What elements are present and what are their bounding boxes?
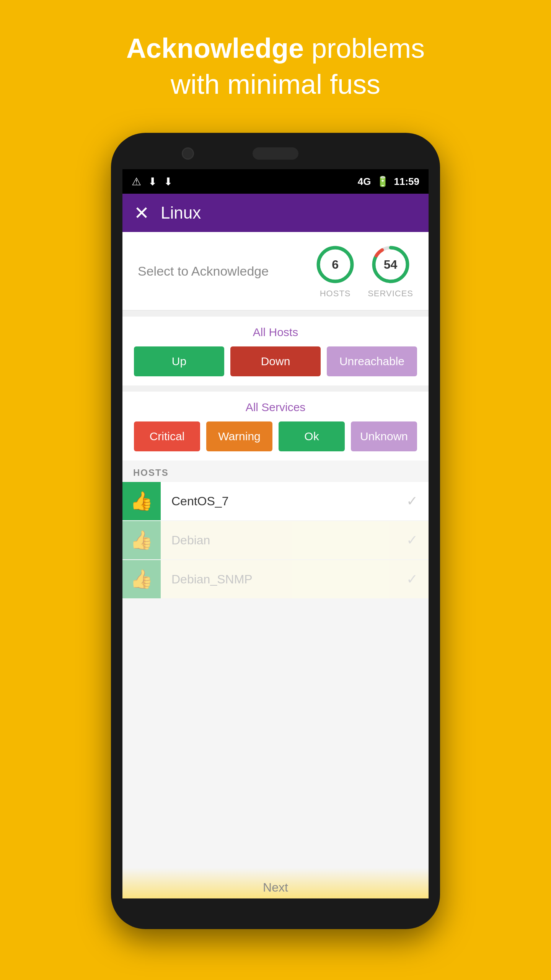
phone-speaker — [253, 147, 298, 160]
host-icon-debian: 👍 — [122, 521, 161, 559]
ok-button[interactable]: Ok — [279, 421, 345, 451]
circles-container: 6 HOSTS 54 SERVICES — [314, 243, 413, 299]
hosts-list-section: HOSTS 👍 CentOS_7 ✓ 👍 Debian ✓ 👍 — [122, 461, 429, 898]
hosts-list-header: HOSTS — [122, 461, 429, 482]
up-button[interactable]: Up — [134, 346, 224, 376]
all-services-section: All Services Critical Warning Ok Unknown — [122, 392, 429, 461]
status-bar: ⚠ ⬇ ⬇ 4G 🔋 11:59 — [122, 169, 429, 194]
phone-device: ⚠ ⬇ ⬇ 4G 🔋 11:59 ✕ Linux Select to Ackno… — [111, 133, 440, 929]
host-name-centos7: CentOS_7 — [161, 494, 406, 508]
all-services-title: All Services — [134, 401, 417, 414]
host-item-debian-snmp[interactable]: 👍 Debian_SNMP ✓ — [122, 560, 429, 598]
select-to-acknowledge-label: Select to Acknowledge — [138, 264, 269, 279]
summary-section: Select to Acknowledge 6 HOSTS — [122, 232, 429, 310]
host-icon-debian-snmp: 👍 — [122, 560, 161, 598]
down-button[interactable]: Down — [230, 346, 321, 376]
services-count: 54 — [384, 258, 398, 272]
host-name-debian-snmp: Debian_SNMP — [161, 572, 406, 586]
network-indicator: 4G — [358, 176, 371, 188]
download-icon-2: ⬇ — [164, 175, 173, 188]
all-hosts-section: All Hosts Up Down Unreachable — [122, 317, 429, 385]
headline-rest: problems — [311, 33, 425, 64]
status-right: 4G 🔋 11:59 — [358, 176, 419, 188]
phone-camera — [182, 147, 194, 160]
hosts-label: HOSTS — [320, 289, 351, 299]
hosts-circle-item: 6 HOSTS — [314, 243, 356, 299]
next-label: Next — [263, 880, 288, 895]
download-icon-1: ⬇ — [148, 175, 157, 188]
services-circle-item: 54 SERVICES — [368, 243, 413, 299]
unknown-button[interactable]: Unknown — [351, 421, 417, 451]
app-bar: ✕ Linux — [122, 194, 429, 232]
host-icon-centos7: 👍 — [122, 482, 161, 520]
warning-status-icon: ⚠ — [132, 175, 141, 188]
services-label: SERVICES — [368, 289, 413, 299]
unreachable-button[interactable]: Unreachable — [327, 346, 417, 376]
warning-button[interactable]: Warning — [206, 421, 272, 451]
thumbs-up-icon-debian-snmp: 👍 — [130, 568, 153, 590]
close-button[interactable]: ✕ — [134, 202, 149, 224]
headline-bold: Acknowledge — [126, 33, 304, 64]
phone-screen: ⚠ ⬇ ⬇ 4G 🔋 11:59 ✕ Linux Select to Ackno… — [122, 169, 429, 898]
services-ring: 54 — [370, 243, 412, 286]
host-item-debian[interactable]: 👍 Debian ✓ — [122, 521, 429, 559]
check-mark-centos7: ✓ — [406, 493, 429, 509]
host-status-buttons: Up Down Unreachable — [134, 346, 417, 376]
thumbs-up-icon-centos7: 👍 — [130, 490, 153, 512]
headline-line2: with minimal fuss — [126, 67, 425, 103]
check-mark-debian: ✓ — [406, 532, 429, 548]
thumbs-up-icon-debian: 👍 — [130, 529, 153, 551]
check-mark-debian-snmp: ✓ — [406, 571, 429, 587]
app-bar-title: Linux — [161, 203, 201, 222]
host-name-debian: Debian — [161, 533, 406, 547]
battery-icon: 🔋 — [377, 176, 389, 188]
host-item-centos7[interactable]: 👍 CentOS_7 ✓ — [122, 482, 429, 520]
next-hint-overlay: Next — [122, 868, 429, 898]
hosts-count: 6 — [332, 258, 339, 272]
clock: 11:59 — [394, 176, 420, 188]
all-hosts-title: All Hosts — [134, 326, 417, 339]
service-status-buttons: Critical Warning Ok Unknown — [134, 421, 417, 451]
critical-button[interactable]: Critical — [134, 421, 200, 451]
status-left: ⚠ ⬇ ⬇ — [132, 175, 173, 188]
hosts-ring: 6 — [314, 243, 356, 286]
page-headline: Acknowledge problems with minimal fuss — [126, 31, 425, 102]
